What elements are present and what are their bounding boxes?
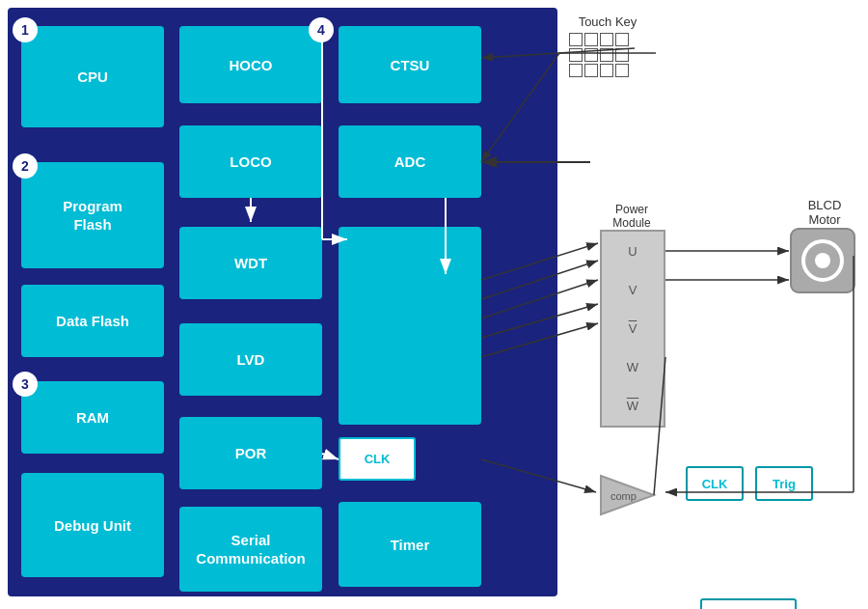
cpu-block: CPU: [21, 26, 164, 127]
touch-key-cell: [600, 48, 613, 62]
power-module-block: U V V W W: [600, 230, 665, 428]
touch-key-cell: [584, 48, 598, 62]
touch-key-cell: [615, 33, 629, 46]
ctsu-label: CTSU: [391, 57, 430, 73]
touch-key-cell: [615, 48, 629, 62]
data-flash-label: Data Flash: [56, 313, 129, 329]
shutoff-block: Shut-off: [700, 598, 797, 609]
power-module-label: PowerModule: [593, 203, 670, 230]
por-block: POR: [179, 417, 322, 489]
power-w-label: W: [627, 360, 638, 374]
trig-block: Trig: [755, 466, 813, 501]
comp-block: comp: [596, 471, 664, 519]
blcd-motor-label: BLCDMotor: [791, 198, 858, 227]
debug-unit-block: Debug Unit: [21, 473, 164, 577]
timer-block: Timer: [339, 502, 481, 587]
ctsu-block: CTSU: [339, 26, 481, 103]
wdt-label: WDT: [234, 255, 267, 271]
motor-timer-block: CLK Trig Shut-off MotorTimer: [339, 227, 481, 425]
power-v2-label: V: [629, 321, 637, 336]
touch-key-cell: [569, 64, 583, 77]
touch-key-cell: [584, 64, 598, 77]
svg-text:comp: comp: [610, 490, 637, 502]
hoco-block: HOCO: [179, 26, 322, 103]
hoco-label: HOCO: [230, 57, 273, 73]
por-label: POR: [235, 445, 267, 461]
touch-key-cell: [584, 33, 598, 46]
debug-unit-label: Debug Unit: [54, 517, 131, 534]
badge-2: 2: [13, 153, 38, 179]
touch-key-cell: [569, 48, 583, 62]
timer-label: Timer: [391, 537, 430, 553]
loco-label: LOCO: [230, 153, 271, 170]
badge-4: 4: [309, 17, 334, 42]
touch-key-cell: [615, 64, 629, 77]
touch-key: Touch Key: [569, 14, 646, 77]
serial-comm-label: SerialCommunication: [196, 531, 305, 568]
motor-icon: [789, 227, 856, 294]
program-flash-block: ProgramFlash: [21, 162, 164, 268]
touch-key-grid: [569, 33, 646, 77]
power-u-label: U: [628, 244, 637, 259]
badge-1: 1: [13, 17, 38, 42]
clk-timer-label: CLK: [365, 452, 391, 466]
clk-motor-label: CLK: [702, 477, 728, 491]
touch-key-cell: [569, 33, 583, 46]
clk-motor-block: CLK: [686, 466, 744, 501]
lvd-label: LVD: [237, 351, 265, 368]
data-flash-block: Data Flash: [21, 285, 164, 357]
serial-comm-block: SerialCommunication: [179, 507, 322, 592]
clk-timer-block: CLK: [339, 437, 416, 481]
main-container: 1 CPU 2 ProgramFlash Data Flash 3 RAM De…: [0, 0, 868, 609]
program-flash-label: ProgramFlash: [63, 197, 122, 235]
svg-point-1: [815, 253, 830, 268]
wdt-block: WDT: [179, 227, 322, 299]
badge-3: 3: [13, 372, 38, 397]
touch-key-label: Touch Key: [569, 14, 646, 29]
power-wbar-label: W: [627, 399, 638, 413]
loco-block: LOCO: [179, 125, 322, 198]
power-v1-label: V: [629, 283, 637, 297]
adc-block: ADC: [339, 125, 481, 198]
lvd-block: LVD: [179, 323, 322, 396]
touch-key-cell: [600, 64, 613, 77]
adc-label: ADC: [394, 153, 426, 170]
cpu-label: CPU: [77, 69, 108, 85]
trig-label: Trig: [773, 477, 796, 491]
motor-timer-label: MotorTimer: [677, 512, 820, 546]
ram-block: RAM: [21, 381, 164, 454]
ram-label: RAM: [76, 409, 109, 426]
touch-key-cell: [600, 33, 613, 46]
